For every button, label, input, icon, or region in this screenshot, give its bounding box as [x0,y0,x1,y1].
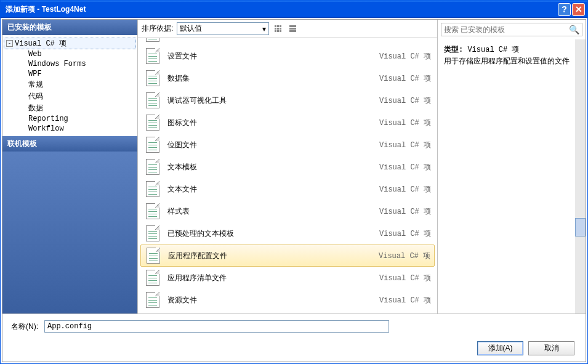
installed-templates-header: 已安装的模板 [2,20,137,35]
scroll-thumb[interactable] [575,218,586,237]
collapse-icon[interactable]: - [6,40,13,47]
template-name: 调试器可视化工具 [167,95,379,106]
template-name: 样式表 [167,206,379,217]
left-fill [2,152,137,313]
tree-child-item[interactable]: Reporting [4,114,136,124]
template-item[interactable]: 类图 Visual C# 项 [140,38,435,45]
template-icon [145,247,162,264]
template-type: Visual C# 项 [379,206,431,217]
template-type: Visual C# 项 [379,162,431,172]
template-type: Visual C# 项 [379,38,431,39]
detail-pane: 类型: Visual C# 项 用于存储应用程序配置和设置值的文件 [438,39,586,313]
sort-label: 排序依据: [142,23,173,34]
template-item[interactable]: 位图文件 Visual C# 项 [140,134,435,156]
description-text: 用于存储应用程序配置和设置值的文件 [444,56,579,68]
chevron-down-icon: ▾ [262,25,266,33]
template-icon [144,158,161,176]
template-item[interactable]: 资源文件 Visual C# 项 [140,289,435,311]
template-name: 数据集 [167,73,379,84]
tree-root-csharp[interactable]: - Visual C# 项 [4,38,136,49]
template-icon [144,38,161,42]
template-icon [144,203,161,220]
template-name: 位图文件 [167,140,379,150]
template-type: Visual C# 项 [379,184,431,195]
add-button[interactable]: 添加(A) [477,341,523,355]
template-icon [144,180,161,198]
template-item[interactable]: 图标文件 Visual C# 项 [140,111,435,134]
search-icon[interactable]: 🔍 [569,25,579,34]
cancel-button[interactable]: 取消 [528,341,574,355]
template-name: 资源文件 [167,295,379,305]
template-type: Visual C# 项 [379,51,431,62]
template-type: Visual C# 项 [379,95,431,106]
template-icon [144,269,161,286]
tree-child-item[interactable]: 常规 [4,79,136,91]
type-value: Visual C# 项 [467,46,519,54]
template-type: Visual C# 项 [379,273,431,283]
template-type: Visual C# 项 [379,229,431,239]
tree-child-item[interactable]: Web [4,49,136,59]
tree-label: Visual C# 项 [15,38,66,49]
template-icon [144,114,161,131]
detail-scrollbar[interactable] [575,39,586,313]
template-type: Visual C# 项 [379,251,430,261]
center-toolbar: 排序依据: 默认值 ▾ [138,20,437,38]
template-item[interactable]: 设置文件 Visual C# 项 [140,45,435,67]
online-templates-header[interactable]: 联机模板 [2,136,137,152]
template-icon [144,47,161,65]
button-row: 添加(A) 取消 [11,341,577,355]
tree-child-item[interactable]: 代码 [4,91,136,102]
template-name: 应用程序配置文件 [168,251,379,261]
titlebar[interactable]: 添加新项 - TestLog4Net ? ✕ [1,1,587,18]
search-box[interactable]: 🔍 [441,23,582,36]
name-label: 名称(N): [11,322,38,332]
close-button[interactable]: ✕ [572,3,585,16]
help-button[interactable]: ? [558,3,571,16]
template-name: 文本模板 [167,162,379,172]
template-type: Visual C# 项 [379,295,431,305]
name-row: 名称(N): [11,320,577,333]
sort-dropdown[interactable]: 默认值 ▾ [177,22,269,35]
tree-child-item[interactable]: 数据 [4,102,136,114]
template-item[interactable]: 应用程序清单文件 Visual C# 项 [140,267,435,289]
tree-child-item[interactable]: Workflow [4,124,136,134]
template-type: Visual C# 项 [379,73,431,84]
template-item[interactable]: 样式表 Visual C# 项 [140,200,435,222]
template-icon [144,136,161,153]
template-item[interactable]: 应用程序配置文件 Visual C# 项 [140,245,435,267]
template-list[interactable]: 类图 Visual C# 项 设置文件 Visual C# 项 数据集 Visu… [138,38,437,313]
bottom-bar: 名称(N): 添加(A) 取消 [2,313,586,362]
center-pane: 排序依据: 默认值 ▾ 类图 Visual C# 项 设置文件 Visual C… [138,20,438,313]
dialog-body: 已安装的模板 - Visual C# 项 WebWindows FormsWPF… [2,19,586,362]
tree-child-item[interactable]: Windows Forms [4,59,136,69]
template-name: 设置文件 [167,51,379,62]
type-label: 类型: [444,46,463,54]
template-item[interactable]: 数据集 Visual C# 项 [140,67,435,89]
template-tree[interactable]: - Visual C# 项 WebWindows FormsWPF常规代码数据R… [2,35,137,136]
template-icon [144,92,161,109]
dialog-window: 添加新项 - TestLog4Net ? ✕ 已安装的模板 - Visual C… [0,0,588,364]
list-icon [289,25,296,32]
template-item[interactable]: 已预处理的文本模板 Visual C# 项 [140,222,435,245]
template-name: 图标文件 [167,118,379,128]
window-title: 添加新项 - TestLog4Net [3,4,557,15]
template-name: 文本文件 [167,184,379,195]
main-area: 已安装的模板 - Visual C# 项 WebWindows FormsWPF… [2,20,586,313]
template-type: Visual C# 项 [379,118,431,128]
template-item[interactable]: 文本模板 Visual C# 项 [140,156,435,178]
filename-input[interactable] [44,320,389,333]
template-name: 应用程序清单文件 [167,273,379,283]
view-small-icons-button[interactable] [272,23,284,35]
tree-child-item[interactable]: WPF [4,69,136,79]
left-pane: 已安装的模板 - Visual C# 项 WebWindows FormsWPF… [2,20,138,313]
search-input[interactable] [444,25,569,34]
template-item[interactable]: 文本文件 Visual C# 项 [140,178,435,200]
grid-icon [275,25,281,32]
template-type: Visual C# 项 [379,140,431,150]
right-pane: 🔍 类型: Visual C# 项 用于存储应用程序配置和设置值的文件 [438,20,586,313]
sort-value: 默认值 [180,23,202,34]
view-list-button[interactable] [286,23,299,35]
template-item[interactable]: 调试器可视化工具 Visual C# 项 [140,89,435,111]
template-name: 已预处理的文本模板 [167,229,379,239]
template-icon [144,70,161,87]
